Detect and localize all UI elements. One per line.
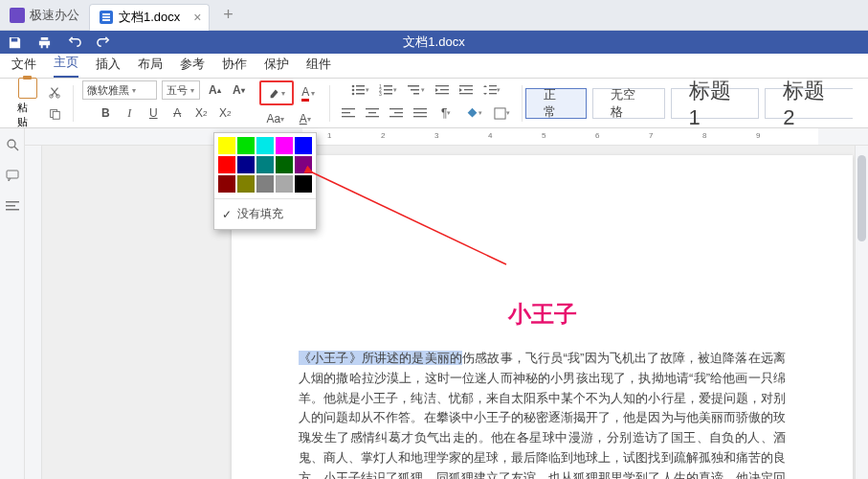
color-swatch[interactable] [256,156,274,173]
color-swatch[interactable] [276,156,293,173]
svg-rect-23 [464,89,473,90]
multilevel-button[interactable]: ▾ [405,80,428,100]
menu-insert[interactable]: 插入 [96,56,121,78]
menu-component[interactable]: 组件 [306,56,331,78]
paste-button[interactable]: 粘贴 [11,76,43,131]
vertical-ruler[interactable] [25,146,42,479]
add-tab-button[interactable]: + [223,5,234,25]
color-swatch-grid [214,133,316,196]
color-swatch[interactable] [276,175,293,193]
app-name: 极速办公 [30,7,79,24]
font-name-combo[interactable]: 微软雅黑▾ [82,80,157,100]
color-swatch[interactable] [276,137,293,154]
no-fill-option[interactable]: ✓ 没有填充 [214,201,316,227]
style-heading2[interactable]: 标题2 [765,88,853,119]
align-right-button[interactable] [387,103,406,123]
line-spacing-button[interactable]: ▾ [480,80,503,100]
menu-reference[interactable]: 参考 [180,56,205,78]
color-swatch[interactable] [295,156,312,173]
color-swatch[interactable] [218,137,235,154]
color-swatch[interactable] [218,175,235,193]
numbering-button[interactable]: 123▾ [377,80,400,100]
change-case-button[interactable]: Aa▾ [263,109,288,128]
align-left-button[interactable] [339,103,358,123]
shading-button[interactable]: ▾ [462,103,485,123]
strikethrough-button[interactable]: A [167,103,187,123]
style-normal[interactable]: 正常 [525,88,586,119]
align-justify-button[interactable] [411,103,430,123]
svg-rect-45 [6,209,19,211]
body-text[interactable]: 伤感故事，飞行员“我”因为飞机出了故障，被迫降落在远离人烟的撒哈拉沙漠上，这时一… [299,351,786,479]
scrollbar-thumb[interactable] [857,155,866,241]
cut-button[interactable] [45,82,64,102]
indent-button[interactable] [456,80,476,100]
svg-rect-27 [489,93,497,94]
menu-protect[interactable]: 保护 [264,56,289,78]
subscript-button[interactable]: X2 [215,103,234,123]
superscript-button[interactable]: X2 [191,103,211,123]
highlight-button[interactable]: ▾ [262,83,291,103]
horizontal-ruler[interactable]: 123456789 [25,128,868,146]
align-center-button[interactable] [363,103,382,123]
document-tab-label: 文档1.docx [119,9,180,26]
vertical-scrollbar[interactable] [855,146,868,479]
color-swatch[interactable] [237,137,255,154]
comments-icon[interactable] [6,169,19,182]
menu-collab[interactable]: 协作 [222,56,247,78]
color-swatch[interactable] [295,175,312,193]
document-page[interactable]: 小王子 《小王子》所讲述的是美丽的伤感故事，飞行员“我”因为飞机出了故障，被迫降… [232,155,853,479]
borders-button[interactable]: ▾ [490,103,513,123]
search-icon[interactable] [6,138,19,151]
font-color-button[interactable]: A▾ [296,83,321,103]
underline-button[interactable]: U [144,103,163,123]
shrink-font-button[interactable]: A▾ [229,80,248,100]
svg-point-8 [352,93,355,96]
show-marks-button[interactable]: ¶▾ [434,103,457,123]
copy-button[interactable] [45,104,64,124]
svg-rect-7 [356,89,365,91]
headings-icon[interactable] [6,199,19,213]
italic-button[interactable]: I [120,103,139,123]
svg-rect-22 [459,85,473,86]
style-nospace[interactable]: 无空格 [592,88,665,119]
color-swatch[interactable] [237,175,255,193]
svg-rect-16 [408,85,419,87]
menu-layout[interactable]: 布局 [138,56,163,78]
grow-font-button[interactable]: A▴ [205,80,224,100]
svg-rect-17 [411,89,419,91]
selected-text[interactable]: 《小王子》所讲述的是美丽的 [299,351,462,365]
document-paragraph[interactable]: 《小王子》所讲述的是美丽的伤感故事，飞行员“我”因为飞机出了故障，被迫降落在远离… [299,349,786,479]
save-icon[interactable] [8,35,22,50]
window-title: 文档1.docx [403,34,464,51]
svg-rect-37 [413,108,427,109]
svg-rect-42 [7,171,18,178]
color-swatch[interactable] [218,156,235,173]
svg-point-41 [8,140,15,148]
font-size-combo[interactable]: 五号▾ [162,80,200,100]
close-icon[interactable]: × [193,10,201,25]
menu-home[interactable]: 主页 [54,54,78,78]
svg-rect-5 [356,85,365,87]
document-heading[interactable]: 小王子 [299,299,786,330]
document-tab[interactable]: 文档1.docx × [89,4,210,31]
highlight-button-frame: ▾ [259,80,294,105]
redo-icon[interactable] [97,35,111,50]
style-heading1[interactable]: 标题1 [671,88,760,119]
svg-rect-43 [6,201,19,203]
svg-rect-25 [489,85,497,86]
outdent-button[interactable] [433,80,452,100]
svg-rect-32 [368,112,376,113]
print-icon[interactable] [37,35,52,50]
side-panel [0,128,25,479]
color-swatch[interactable] [237,156,255,173]
svg-rect-9 [356,93,365,95]
bold-button[interactable]: B [96,103,115,123]
color-swatch[interactable] [256,137,274,154]
color-swatch[interactable] [256,175,274,193]
paste-label: 粘贴 [17,101,37,129]
clear-format-button[interactable]: A▾ [293,109,318,128]
svg-rect-21 [435,93,449,94]
undo-icon[interactable] [67,35,81,50]
color-swatch[interactable] [295,137,312,154]
bullets-button[interactable]: ▾ [349,80,372,100]
